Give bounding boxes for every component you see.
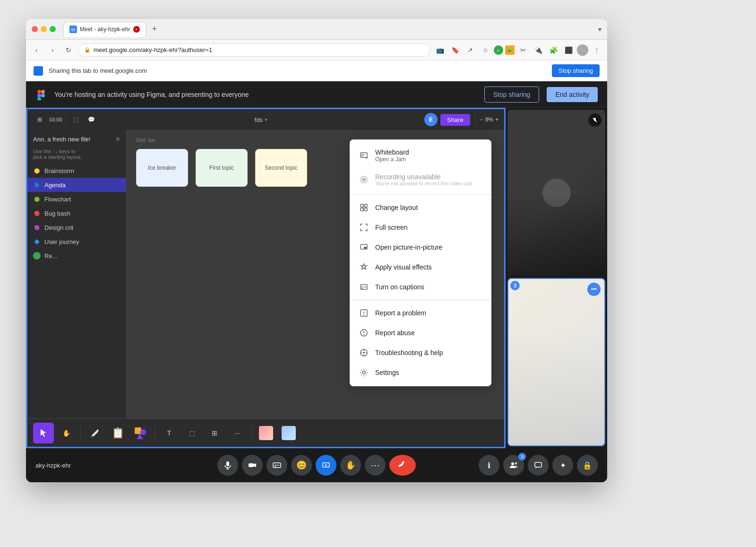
- main-content: ⊞ 03:00 ⬚ 💬 fds ▾: [26, 108, 607, 448]
- figma-text-tool[interactable]: T: [159, 423, 180, 443]
- extension-icon-3[interactable]: 🔌: [532, 43, 545, 57]
- maximize-button[interactable]: [50, 26, 56, 32]
- figma-card-secondtopic: Second topic: [255, 149, 307, 187]
- settings-icon: [359, 368, 369, 377]
- figma-menu-userjourney[interactable]: 🔷 User journey: [27, 234, 126, 249]
- figma-separator-1: [65, 115, 66, 124]
- url-text: meet.google.com/aky-hzpk-ehr?authuser=1: [94, 46, 212, 53]
- figma-menu-bugbash[interactable]: 🔴 Bug bash: [27, 206, 126, 220]
- present-button[interactable]: [316, 455, 336, 476]
- figma-pencil-tool[interactable]: [85, 423, 105, 443]
- figma-menu-designcrit[interactable]: 🟣 Design crit: [27, 220, 126, 234]
- address-input[interactable]: 🔒 meet.google.com/aky-hzpk-ehr?authuser=…: [78, 43, 430, 57]
- people-button[interactable]: 3: [503, 455, 524, 476]
- figma-filename[interactable]: fds ▾: [255, 116, 267, 123]
- figma-hand-tool[interactable]: ✋: [56, 423, 77, 443]
- svg-text:✓: ✓: [497, 48, 500, 53]
- split-screen-icon[interactable]: ⬛: [562, 43, 575, 57]
- figma-menu-re[interactable]: Re...: [27, 249, 126, 263]
- flowchart-icon: 🟢: [33, 195, 41, 203]
- fullscreen-icon: [359, 223, 369, 232]
- zoom-in-icon[interactable]: +: [495, 116, 498, 123]
- end-call-button[interactable]: [389, 455, 416, 476]
- more-button[interactable]: ⋯: [365, 455, 386, 476]
- extension-icon-1[interactable]: ✓: [494, 45, 503, 55]
- menu-item-whiteboard[interactable]: Whiteboard Open a Jam: [350, 143, 491, 168]
- figma-cursor-tool[interactable]: [33, 423, 54, 443]
- hand-button[interactable]: ✋: [340, 455, 361, 476]
- svg-point-9: [41, 94, 45, 97]
- minimize-button[interactable]: [41, 26, 47, 32]
- chrome-menu-icon[interactable]: ⋮: [590, 43, 603, 57]
- extension-icon-2[interactable]: 🧩: [505, 45, 515, 55]
- figma-menu-flowchart[interactable]: 🟢 Flowchart: [27, 192, 126, 206]
- figma-right-toolbar: E Share − 9% +: [424, 113, 498, 126]
- captions-button[interactable]: [266, 455, 287, 476]
- menu-item-abuse[interactable]: Report abuse: [350, 323, 491, 343]
- reload-button[interactable]: ↻: [62, 43, 75, 57]
- settings-label: Settings: [375, 369, 399, 376]
- activities-button[interactable]: ✦: [552, 455, 573, 476]
- figma-table-tool[interactable]: ⊞: [204, 423, 225, 443]
- menu-item-layout[interactable]: Change layout: [350, 198, 491, 217]
- close-button[interactable]: [32, 26, 38, 32]
- figma-comment-icon[interactable]: 💬: [85, 113, 98, 126]
- zoom-out-icon[interactable]: −: [480, 116, 483, 123]
- bottom-controls: 😊 ✋ ⋯: [217, 455, 416, 476]
- svg-rect-14: [594, 118, 596, 121]
- svg-marker-10: [41, 429, 46, 437]
- card-firsttopic-label: First topic: [209, 165, 234, 171]
- active-tab[interactable]: M Meet - aky-hzpk-ehr ×: [63, 22, 146, 37]
- menu-item-report[interactable]: Report a problem: [350, 303, 491, 323]
- menu-item-pip[interactable]: Open picture-in-picture: [350, 237, 491, 257]
- figma-menu-brainstorm[interactable]: 🟡 Brainstorm: [27, 164, 126, 178]
- forward-button[interactable]: ›: [46, 43, 59, 57]
- scissors-icon[interactable]: ✂: [516, 43, 530, 57]
- figma-shapes-tool[interactable]: [130, 423, 151, 443]
- menu-item-recording: Recording unavailable You're not allowed…: [350, 168, 491, 191]
- window-controls-chevron[interactable]: ▾: [598, 26, 601, 33]
- mic-muted-icon: [592, 117, 598, 123]
- figma-frame-tool[interactable]: ⬚: [181, 423, 202, 443]
- stop-sharing-activity-button[interactable]: Stop sharing: [484, 87, 540, 103]
- stop-sharing-banner-button[interactable]: Stop sharing: [552, 64, 600, 77]
- menu-item-effects[interactable]: Apply visual effects: [350, 257, 491, 277]
- card-secondtopic-label: Second topic: [265, 165, 297, 171]
- cast-icon[interactable]: 📺: [433, 43, 447, 57]
- figma-sticker-tool-2[interactable]: [278, 423, 299, 443]
- report-label: Report a problem: [375, 309, 426, 317]
- tab-close-button[interactable]: ×: [133, 26, 140, 33]
- menu-item-fullscreen[interactable]: Full screen: [350, 217, 491, 237]
- back-button[interactable]: ‹: [30, 43, 43, 57]
- figma-menu-agenda[interactable]: 🔵 Agenda: [27, 178, 126, 192]
- save-icon[interactable]: 🔖: [448, 43, 462, 57]
- new-tab-button[interactable]: +: [148, 23, 161, 36]
- profile-avatar[interactable]: [577, 44, 588, 56]
- chat-button[interactable]: [528, 455, 549, 476]
- figma-sticker-tool-1[interactable]: [256, 423, 276, 443]
- more-options-person2[interactable]: •••: [587, 283, 601, 296]
- sidebar-close-icon[interactable]: ✕: [115, 136, 120, 143]
- figma-frame-icon[interactable]: ⬚: [69, 113, 83, 126]
- mic-button[interactable]: [217, 455, 238, 476]
- info-button[interactable]: ℹ: [479, 455, 499, 476]
- figma-stickynote-tool[interactable]: 📋: [107, 423, 128, 443]
- figma-zoom-controls[interactable]: − 9% +: [480, 116, 498, 123]
- recording-label: Recording unavailable: [375, 173, 472, 181]
- figma-left-tools: ⊞ 03:00 ⬚ 💬: [33, 113, 98, 126]
- menu-item-troubleshoot[interactable]: Troubleshooting & help: [350, 343, 491, 363]
- people-count: 3: [518, 453, 526, 460]
- menu-item-captions[interactable]: Turn on captions: [350, 277, 491, 297]
- figma-grid-icon[interactable]: ⊞: [33, 113, 46, 126]
- figma-more-tool[interactable]: ···: [227, 423, 248, 443]
- star-icon[interactable]: ☆: [479, 43, 492, 57]
- emoji-button[interactable]: 😊: [291, 455, 312, 476]
- share-icon[interactable]: ↗: [464, 43, 477, 57]
- lock-button[interactable]: 🔒: [577, 455, 598, 476]
- menu-item-settings[interactable]: Settings: [350, 363, 491, 382]
- end-activity-button[interactable]: End activity: [547, 87, 598, 102]
- agenda-icon: 🔵: [33, 181, 41, 189]
- extensions-icon[interactable]: 🧩: [547, 43, 560, 57]
- camera-button[interactable]: [242, 455, 263, 476]
- figma-share-button[interactable]: Share: [440, 114, 470, 126]
